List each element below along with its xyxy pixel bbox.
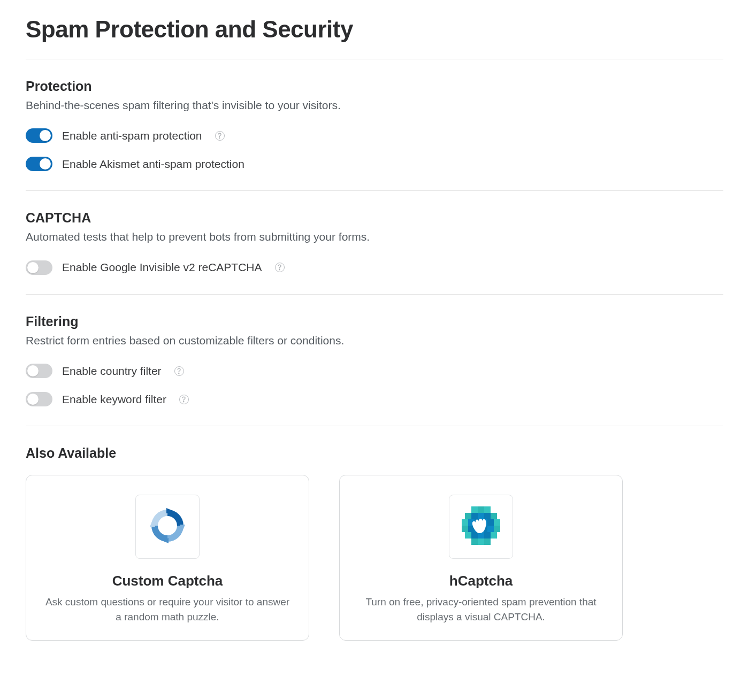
- section-protection-title: Protection: [26, 79, 723, 94]
- card-custom-captcha[interactable]: Custom Captcha Ask custom questions or r…: [26, 475, 309, 641]
- card-custom-captcha-desc: Ask custom questions or require your vis…: [44, 595, 291, 624]
- card-hcaptcha-desc: Turn on free, privacy-oriented spam prev…: [358, 595, 604, 624]
- section-captcha-desc: Automated tests that help to prevent bot…: [26, 229, 723, 245]
- card-custom-captcha-title: Custom Captcha: [44, 573, 291, 589]
- svg-rect-5: [478, 506, 484, 513]
- svg-rect-9: [478, 513, 484, 519]
- svg-rect-6: [484, 506, 491, 513]
- toggle-akismet-label: Enable Akismet anti-spam protection: [62, 158, 244, 171]
- svg-rect-12: [462, 519, 468, 526]
- svg-rect-22: [487, 526, 494, 532]
- section-protection-desc: Behind-the-scenes spam filtering that's …: [26, 97, 723, 113]
- cards-row: Custom Captcha Ask custom questions or r…: [26, 475, 723, 641]
- section-filtering-desc: Restrict form entries based on customiza…: [26, 333, 723, 349]
- svg-rect-18: [462, 526, 468, 532]
- toggle-row-recaptcha: Enable Google Invisible v2 reCAPTCHA: [26, 260, 723, 275]
- toggle-row-anti-spam: Enable anti-spam protection: [26, 128, 723, 143]
- svg-rect-29: [471, 539, 478, 545]
- card-icon-frame: [135, 495, 200, 559]
- section-also-available: Also Available: [26, 426, 723, 652]
- toggle-keyword-filter[interactable]: [26, 392, 52, 406]
- section-captcha-title: CAPTCHA: [26, 210, 723, 226]
- toggle-country-filter-label: Enable country filter: [62, 365, 162, 378]
- section-filtering-title: Filtering: [26, 314, 723, 329]
- section-also-available-title: Also Available: [26, 445, 723, 461]
- toggle-row-keyword-filter: Enable keyword filter: [26, 392, 723, 406]
- svg-rect-28: [491, 532, 497, 539]
- svg-rect-4: [471, 506, 478, 513]
- hcaptcha-icon: [458, 503, 503, 551]
- page-title: Spam Protection and Security: [26, 16, 723, 43]
- help-icon[interactable]: [179, 395, 189, 404]
- svg-rect-7: [465, 513, 471, 519]
- cycle-icon: [146, 504, 189, 550]
- svg-rect-16: [487, 519, 494, 526]
- toggle-anti-spam-label: Enable anti-spam protection: [62, 129, 202, 142]
- svg-rect-10: [484, 513, 491, 519]
- section-protection: Protection Behind-the-scenes spam filter…: [26, 59, 723, 190]
- toggle-akismet[interactable]: [26, 157, 52, 171]
- toggle-row-country-filter: Enable country filter: [26, 364, 723, 378]
- section-filtering: Filtering Restrict form entries based on…: [26, 295, 723, 426]
- svg-rect-30: [478, 539, 484, 545]
- svg-rect-24: [465, 532, 471, 539]
- toggle-keyword-filter-label: Enable keyword filter: [62, 393, 166, 406]
- help-icon[interactable]: [174, 366, 184, 376]
- help-icon[interactable]: [215, 131, 225, 141]
- svg-rect-31: [484, 539, 491, 545]
- settings-page: Spam Protection and Security Protection …: [0, 0, 749, 674]
- section-captcha: CAPTCHA Automated tests that help to pre…: [26, 191, 723, 294]
- svg-rect-11: [491, 513, 497, 519]
- svg-rect-27: [484, 532, 491, 539]
- toggle-recaptcha[interactable]: [26, 260, 52, 275]
- card-hcaptcha[interactable]: hCaptcha Turn on free, privacy-oriented …: [339, 475, 623, 641]
- toggle-anti-spam[interactable]: [26, 128, 52, 143]
- card-hcaptcha-title: hCaptcha: [358, 573, 604, 589]
- svg-rect-17: [494, 519, 500, 526]
- help-icon[interactable]: [275, 263, 285, 272]
- toggle-row-akismet: Enable Akismet anti-spam protection: [26, 157, 723, 171]
- toggle-recaptcha-label: Enable Google Invisible v2 reCAPTCHA: [62, 261, 262, 274]
- toggle-country-filter[interactable]: [26, 364, 52, 378]
- svg-rect-25: [471, 532, 478, 539]
- card-icon-frame: [449, 495, 513, 559]
- svg-rect-23: [494, 526, 500, 532]
- svg-rect-8: [471, 513, 478, 519]
